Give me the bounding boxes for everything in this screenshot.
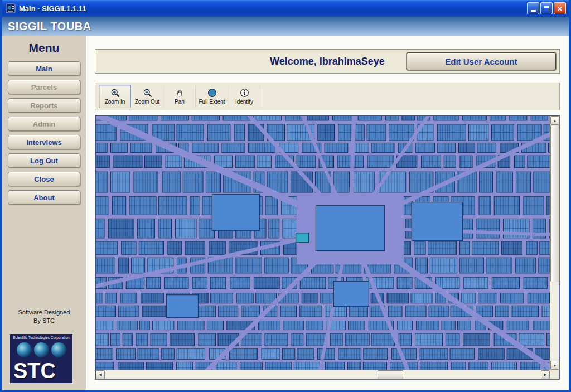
sidebar-item-main[interactable]: Main	[8, 61, 80, 76]
full-extent-label: Full Extent	[199, 99, 225, 105]
sidebar-item-parcels: Parcels	[8, 80, 80, 94]
map-toolbar: Zoom In Zoom Out Pan Full Extent Identif…	[95, 83, 560, 110]
pan-label: Pan	[175, 99, 185, 105]
zoom-out-icon	[143, 88, 152, 98]
horizontal-scroll-thumb[interactable]	[378, 370, 403, 379]
sidebar-item-close[interactable]: Close	[8, 172, 80, 186]
credit-line-1: Software Designed	[2, 308, 86, 317]
welcome-text: Welcome, IbrahimaSeye	[270, 56, 385, 67]
scroll-up-button[interactable]: ▲	[550, 116, 559, 125]
full-extent-globe-icon	[207, 88, 217, 98]
zoom-out-button[interactable]: Zoom Out	[131, 85, 163, 108]
minimize-icon	[531, 10, 536, 12]
main-content: Welcome, IbrahimaSeye Edit User Account …	[86, 36, 569, 390]
maximize-button[interactable]	[540, 2, 553, 14]
globe-icon	[34, 342, 49, 357]
credit-line-2: By STC	[2, 317, 86, 325]
sidebar-item-about[interactable]: About	[8, 190, 80, 205]
map-view[interactable]	[96, 116, 550, 370]
stc-logo-acronym: STC	[13, 360, 56, 383]
pan-button[interactable]: Pan	[163, 85, 196, 108]
zoom-in-button[interactable]: Zoom In	[99, 85, 131, 108]
close-icon: ×	[558, 4, 563, 13]
maximize-icon	[544, 6, 549, 11]
horizontal-scrollbar[interactable]: ◀ ▶	[96, 370, 550, 379]
title-bar: Main - SIGGIL1.1.11 ×	[2, 0, 569, 17]
welcome-bar: Welcome, IbrahimaSeye Edit User Account	[95, 49, 560, 74]
app-window: Main - SIGGIL1.1.11 × SIGGIL TOUBA Menu …	[0, 0, 571, 392]
sidebar-item-reports: Reports	[8, 98, 80, 113]
app-icon[interactable]	[6, 3, 16, 13]
identify-label: Identify	[235, 99, 253, 105]
stc-logo-globes	[10, 342, 72, 357]
zoom-in-icon	[110, 88, 120, 98]
identify-info-icon	[240, 88, 249, 98]
sidebar: Menu Main Parcels Reports Admin Intervie…	[2, 36, 86, 390]
globe-icon	[51, 342, 66, 357]
scrollbar-corner	[550, 370, 559, 379]
minimize-button[interactable]	[527, 2, 539, 14]
map-viewport	[96, 116, 550, 370]
window-title: Main - SIGGIL1.1.11	[19, 4, 526, 13]
stc-logo-caption: Scientific Technologies Corporation	[10, 334, 72, 340]
close-button[interactable]: ×	[554, 2, 566, 14]
map-frame: ▲ ▼ ◀ ▶	[95, 115, 560, 380]
zoom-out-label: Zoom Out	[135, 99, 159, 105]
vertical-scrollbar[interactable]: ▲ ▼	[550, 116, 559, 370]
scroll-left-button[interactable]: ◀	[96, 370, 105, 379]
app-banner: SIGGIL TOUBA	[2, 17, 569, 36]
sidebar-item-logout[interactable]: Log Out	[8, 153, 80, 168]
zoom-in-label: Zoom In	[105, 99, 125, 105]
sidebar-item-interviews[interactable]: Interviews	[8, 135, 80, 149]
menu-title: Menu	[2, 41, 86, 55]
window-body: Menu Main Parcels Reports Admin Intervie…	[2, 36, 569, 390]
full-extent-button[interactable]: Full Extent	[196, 85, 228, 108]
credit-text: Software Designed By STC	[2, 308, 86, 325]
identify-button[interactable]: Identify	[228, 85, 260, 108]
sidebar-item-admin: Admin	[8, 117, 80, 131]
scroll-down-button[interactable]: ▼	[550, 361, 559, 370]
pan-hand-icon	[175, 88, 185, 98]
stc-logo: Scientific Technologies Corporation STC	[10, 334, 72, 383]
scroll-right-button[interactable]: ▶	[541, 370, 550, 379]
edit-user-account-button[interactable]: Edit User Account	[407, 52, 556, 70]
app-banner-title: SIGGIL TOUBA	[8, 20, 91, 33]
globe-icon	[17, 342, 32, 357]
vertical-scroll-thumb[interactable]	[550, 125, 559, 282]
